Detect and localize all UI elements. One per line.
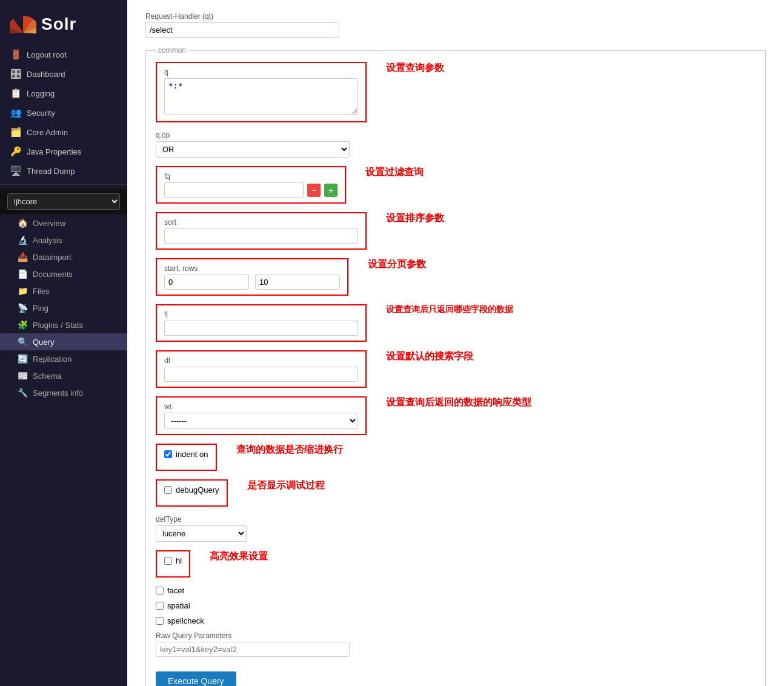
raw-query-input[interactable] xyxy=(156,642,350,657)
fl-label: fl xyxy=(164,310,358,319)
sidebar: Solr 🚪 Logout root 🎛️ Dashboard 📋 Loggin… xyxy=(0,0,127,686)
core-select[interactable]: ljhcore xyxy=(7,193,120,210)
sidebar-item-thread-dump-label: Thread Dump xyxy=(27,167,75,176)
wt-annotation: 设置查询后返回的数据的响应类型 xyxy=(386,396,531,409)
logo-area: Solr xyxy=(0,0,127,45)
start-rows-block: start, rows xyxy=(156,258,348,296)
sidebar-item-documents-label: Documents xyxy=(33,270,73,279)
start-rows-row: start, rows 设置分页参数 xyxy=(156,258,756,296)
core-selector[interactable]: ljhcore xyxy=(0,188,127,215)
sidebar-item-query[interactable]: 🔍 Query xyxy=(0,333,127,350)
df-block: df xyxy=(156,350,367,388)
sidebar-item-java-properties[interactable]: 🔑 Java Properties xyxy=(0,142,127,161)
indent-checkbox-row: indent on xyxy=(164,450,208,459)
sidebar-item-schema-label: Schema xyxy=(33,371,62,381)
deftype-label: defType xyxy=(156,515,756,524)
documents-icon: 📄 xyxy=(17,269,28,279)
fl-block: fl xyxy=(156,304,367,342)
segments-icon: 🔧 xyxy=(17,388,28,398)
q-op-select[interactable]: OR AND xyxy=(156,141,350,158)
q-op-group: q.op OR AND xyxy=(156,131,756,158)
df-label: df xyxy=(164,356,358,365)
indent-checkbox[interactable] xyxy=(164,450,172,458)
hl-checkbox[interactable] xyxy=(164,557,172,565)
debug-checkbox-row: debugQuery xyxy=(164,485,219,495)
debug-checkbox[interactable] xyxy=(164,486,172,494)
sidebar-item-overview[interactable]: 🏠 Overview xyxy=(0,215,127,231)
fl-annotation: 设置查询后只返回哪些字段的数据 xyxy=(386,304,513,315)
hl-checkbox-row: hl xyxy=(164,556,182,565)
request-handler-group: Request-Handler (qt) xyxy=(145,12,766,38)
nav-divider-1 xyxy=(0,184,127,185)
debug-label: debugQuery xyxy=(176,485,219,495)
sidebar-item-segments-info-label: Segments info xyxy=(33,388,83,398)
sort-annotation: 设置排序参数 xyxy=(386,212,444,225)
sidebar-item-dashboard[interactable]: 🎛️ Dashboard xyxy=(0,64,127,84)
sidebar-item-files[interactable]: 📁 Files xyxy=(0,282,127,299)
start-input[interactable] xyxy=(164,275,249,290)
wt-label: wt xyxy=(164,402,358,411)
q-label: q xyxy=(164,68,358,76)
facet-checkbox[interactable] xyxy=(156,587,164,594)
sidebar-item-replication[interactable]: 🔄 Replication xyxy=(0,350,127,367)
spellcheck-label: spellcheck xyxy=(167,616,204,625)
df-input[interactable] xyxy=(164,367,358,382)
sidebar-item-thread-dump[interactable]: 🖥️ Thread Dump xyxy=(0,161,127,181)
sidebar-item-analysis[interactable]: 🔬 Analysis xyxy=(0,231,127,248)
sub-nav: 🏠 Overview 🔬 Analysis 📥 Dataimport 📄 Doc… xyxy=(0,215,127,401)
java-properties-icon: 🔑 xyxy=(10,146,22,157)
spellcheck-checkbox[interactable] xyxy=(156,617,164,625)
ping-icon: 📡 xyxy=(17,303,28,313)
sidebar-item-analysis-label: Analysis xyxy=(33,236,62,245)
fl-input[interactable] xyxy=(164,321,358,336)
sidebar-item-plugins-stats-label: Plugins / Stats xyxy=(33,321,83,330)
sidebar-item-core-admin-label: Core Admin xyxy=(27,128,68,137)
request-handler-label: Request-Handler (qt) xyxy=(145,12,766,21)
sidebar-item-logging[interactable]: 📋 Logging xyxy=(0,84,127,103)
top-nav: 🚪 Logout root 🎛️ Dashboard 📋 Logging 👥 S… xyxy=(0,45,127,181)
sidebar-item-segments-info[interactable]: 🔧 Segments info xyxy=(0,384,127,401)
start-rows-inputs xyxy=(164,275,340,290)
security-icon: 👥 xyxy=(10,107,22,118)
sidebar-item-query-label: Query xyxy=(33,338,54,347)
wt-select[interactable]: ------ json xml csv python ruby php xyxy=(164,413,358,429)
indent-row: indent on 查询的数据是否缩进换行 xyxy=(156,444,756,471)
sidebar-item-documents[interactable]: 📄 Documents xyxy=(0,265,127,282)
hl-block: hl xyxy=(156,550,190,578)
sidebar-item-schema[interactable]: 📰 Schema xyxy=(0,367,127,384)
sidebar-item-replication-label: Replication xyxy=(33,355,71,364)
logging-icon: 📋 xyxy=(10,88,22,99)
sidebar-item-security[interactable]: 👥 Security xyxy=(0,103,127,122)
fq-minus-button[interactable]: − xyxy=(307,184,321,197)
sidebar-item-java-properties-label: Java Properties xyxy=(27,147,81,156)
solr-logo: Solr xyxy=(10,11,76,38)
analysis-icon: 🔬 xyxy=(17,235,28,245)
main-content: Request-Handler (qt) common q *:* 设置查询参数… xyxy=(127,0,784,686)
wt-block: wt ------ json xml csv python ruby php xyxy=(156,396,367,435)
fq-plus-button[interactable]: + xyxy=(324,184,337,197)
thread-dump-icon: 🖥️ xyxy=(10,165,22,176)
sidebar-item-ping[interactable]: 📡 Ping xyxy=(0,299,127,316)
spatial-checkbox[interactable] xyxy=(156,602,164,610)
q-block: q *:* xyxy=(156,62,367,122)
sort-input[interactable] xyxy=(164,228,358,244)
core-admin-icon: 🗂️ xyxy=(10,127,22,138)
deftype-select[interactable]: lucene dismax edismax xyxy=(156,525,247,542)
start-rows-label: start, rows xyxy=(164,264,340,273)
fq-input[interactable] xyxy=(164,182,304,198)
sidebar-item-core-admin[interactable]: 🗂️ Core Admin xyxy=(0,122,127,142)
logout-icon: 🚪 xyxy=(10,49,22,60)
sort-label: sort xyxy=(164,218,358,227)
sidebar-item-plugins-stats[interactable]: 🧩 Plugins / Stats xyxy=(0,316,127,333)
request-handler-input[interactable] xyxy=(145,22,339,38)
raw-query-group: Raw Query Parameters xyxy=(156,631,756,657)
sidebar-item-dataimport[interactable]: 📥 Dataimport xyxy=(0,248,127,265)
execute-query-button[interactable]: Execute Query xyxy=(156,671,236,686)
spatial-label: spatial xyxy=(167,601,190,610)
facet-row: facet xyxy=(156,586,756,595)
solr-logo-text: Solr xyxy=(41,15,76,34)
sidebar-item-logout[interactable]: 🚪 Logout root xyxy=(0,45,127,64)
sidebar-item-ping-label: Ping xyxy=(33,304,48,313)
q-textarea[interactable]: *:* xyxy=(164,78,358,115)
rows-input[interactable] xyxy=(255,275,340,290)
